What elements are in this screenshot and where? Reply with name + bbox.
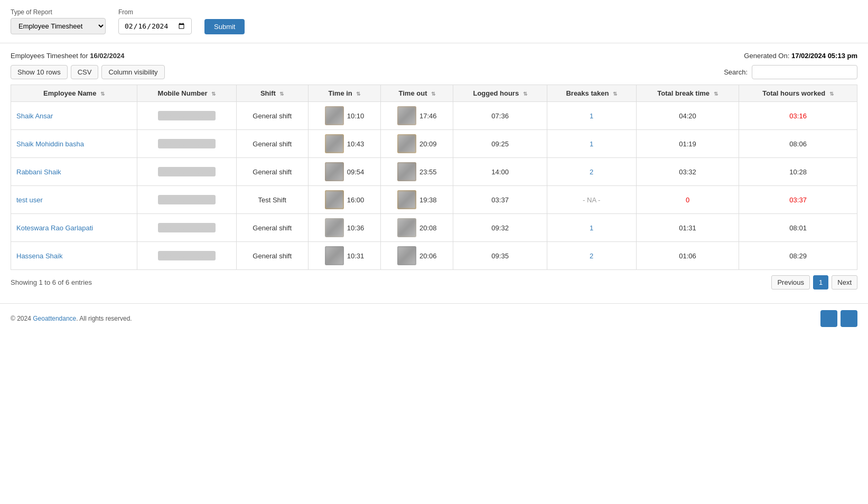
logged-hours-cell: 09:25	[453, 130, 547, 158]
employee-name-link[interactable]: Shaik Ansar	[16, 112, 53, 120]
employee-name-link[interactable]: test user	[16, 196, 43, 204]
pagination: Previous 1 Next	[771, 275, 857, 290]
breaks-taken-cell: - NA -	[547, 186, 636, 214]
brand-link[interactable]: Geoattendance	[33, 315, 76, 322]
time-out-cell: 19:38	[381, 186, 453, 214]
time-in-cell: 10:31	[308, 242, 380, 270]
mobile-cell: ●●●●●●●●●●	[137, 242, 237, 270]
sort-icon-totalworked: ⇅	[829, 91, 834, 97]
breaks-taken-cell: 2	[547, 242, 636, 270]
previous-page-button[interactable]: Previous	[771, 275, 810, 290]
time-out-avatar	[397, 162, 416, 181]
employee-name-link[interactable]: Shaik Mohiddin basha	[16, 140, 84, 148]
toolbar-right: Search:	[724, 65, 857, 79]
search-label: Search:	[724, 68, 748, 76]
mobile-cell: ●●●●●●●●●●	[137, 102, 237, 130]
sort-icon-breaks: ⇅	[613, 91, 617, 97]
breaks-taken-cell: 1	[547, 102, 636, 130]
logged-hours-cell: 09:32	[453, 214, 547, 242]
time-in-avatar	[325, 134, 344, 153]
time-in-value: 10:36	[347, 224, 365, 232]
time-in-avatar	[325, 106, 344, 125]
col-total-break-time[interactable]: Total break time ⇅	[636, 85, 739, 102]
total-break-time-cell: 03:32	[636, 158, 739, 186]
total-break-time-cell: 01:31	[636, 214, 739, 242]
employee-name-cell: Hassena Shaik	[11, 242, 137, 270]
col-total-hours-worked[interactable]: Total hours worked ⇅	[739, 85, 857, 102]
show-rows-button[interactable]: Show 10 rows	[11, 65, 68, 79]
col-time-in[interactable]: Time in ⇅	[308, 85, 380, 102]
time-out-cell: 17:46	[381, 102, 453, 130]
time-in-avatar	[325, 246, 344, 265]
col-employee-name[interactable]: Employee Name ⇅	[11, 85, 137, 102]
timesheet-table: Employee Name ⇅ Mobile Number ⇅ Shift ⇅ …	[11, 85, 857, 270]
sort-icon-mobile: ⇅	[211, 91, 216, 97]
mobile-cell: ●●●●●●●●●●	[137, 214, 237, 242]
shift-cell: General shift	[236, 214, 308, 242]
mobile-blurred-value: ●●●●●●●●●●	[158, 139, 215, 148]
sort-icon-breaktime: ⇅	[714, 91, 718, 97]
logged-hours-cell: 09:35	[453, 242, 547, 270]
employee-name-cell: Shaik Mohiddin basha	[11, 130, 137, 158]
employee-name-link[interactable]: Koteswara Rao Garlapati	[16, 224, 93, 232]
shift-cell: Test Shift	[236, 186, 308, 214]
col-breaks-taken[interactable]: Breaks taken ⇅	[547, 85, 636, 102]
time-out-value: 23:55	[419, 168, 437, 176]
time-out-value: 17:46	[419, 112, 437, 120]
total-hours-worked-cell: 03:16	[739, 102, 857, 130]
breaks-taken-cell: 1	[547, 130, 636, 158]
employee-name-link[interactable]: Rabbani Shaik	[16, 168, 61, 176]
time-in-cell: 10:10	[308, 102, 380, 130]
table-row: Rabbani Shaik●●●●●●●●●●General shift09:5…	[11, 158, 857, 186]
shift-cell: General shift	[236, 158, 308, 186]
time-out-avatar	[397, 134, 416, 153]
csv-button[interactable]: CSV	[71, 65, 99, 79]
time-in-value: 09:54	[347, 168, 365, 176]
total-break-time-cell: 01:06	[636, 242, 739, 270]
mobile-blurred-value: ●●●●●●●●●●	[158, 111, 215, 120]
logged-hours-cell: 14:00	[453, 158, 547, 186]
table-row: Koteswara Rao Garlapati●●●●●●●●●●General…	[11, 214, 857, 242]
mobile-blurred-value: ●●●●●●●●●●	[158, 167, 215, 176]
employee-name-cell: Koteswara Rao Garlapati	[11, 214, 137, 242]
time-out-cell: 23:55	[381, 158, 453, 186]
employee-name-cell: Shaik Ansar	[11, 102, 137, 130]
table-row: Hassena Shaik●●●●●●●●●●General shift10:3…	[11, 242, 857, 270]
sort-icon-timeout: ⇅	[431, 91, 435, 97]
report-type-select[interactable]: Employee Timesheet	[11, 18, 106, 34]
mobile-cell: ●●●●●●●●●●	[137, 158, 237, 186]
total-break-time-cell: 0	[636, 186, 739, 214]
report-type-group: Type of Report Employee Timesheet	[11, 8, 106, 34]
top-bar: Type of Report Employee Timesheet From S…	[0, 0, 868, 43]
mobile-blurred-value: ●●●●●●●●●●	[158, 195, 215, 204]
time-in-value: 10:31	[347, 252, 365, 260]
report-date: 16/02/2024	[90, 52, 124, 60]
from-date-input[interactable]	[118, 18, 192, 34]
employee-name-link[interactable]: Hassena Shaik	[16, 252, 62, 260]
time-in-value: 10:43	[347, 140, 365, 148]
col-logged-hours[interactable]: Logged hours ⇅	[453, 85, 547, 102]
logged-hours-cell: 03:37	[453, 186, 547, 214]
back-icon-button[interactable]: ←	[841, 310, 857, 327]
col-mobile-number[interactable]: Mobile Number ⇅	[137, 85, 237, 102]
total-break-time-cell: 04:20	[636, 102, 739, 130]
time-out-value: 19:38	[419, 196, 437, 204]
time-out-value: 20:06	[419, 252, 437, 260]
search-input[interactable]	[752, 65, 857, 79]
next-page-button[interactable]: Next	[832, 275, 857, 290]
shift-cell: General shift	[236, 130, 308, 158]
toolbar: Show 10 rows CSV Column visibility Searc…	[11, 65, 857, 79]
from-label: From	[118, 8, 192, 16]
home-icon-button[interactable]: ⌂	[820, 310, 837, 327]
col-shift[interactable]: Shift ⇅	[236, 85, 308, 102]
footer-icons: ⌂ ←	[820, 310, 857, 327]
breaks-taken-cell: 2	[547, 158, 636, 186]
mobile-blurred-value: ●●●●●●●●●●	[158, 251, 215, 260]
col-time-out[interactable]: Time out ⇅	[381, 85, 453, 102]
showing-entries: Showing 1 to 6 of 6 entries	[11, 278, 92, 286]
sort-icon-timein: ⇅	[356, 91, 360, 97]
submit-button[interactable]: Submit	[204, 19, 245, 34]
mobile-cell: ●●●●●●●●●●	[137, 130, 237, 158]
column-visibility-button[interactable]: Column visibility	[101, 65, 164, 79]
breaks-taken-cell: 1	[547, 214, 636, 242]
